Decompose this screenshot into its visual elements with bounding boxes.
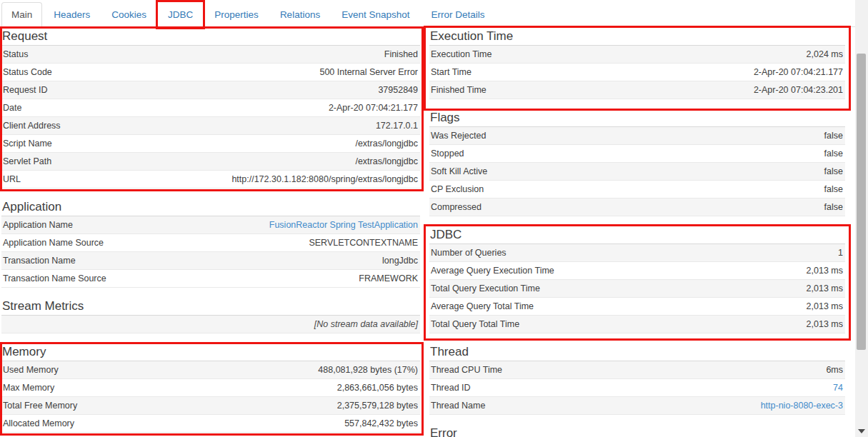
metric-value: SERVLETCONTEXTNAME: [309, 234, 420, 251]
row-client-address: Client Address172.17.0.1: [1, 117, 420, 135]
vertical-scrollbar[interactable]: [855, 0, 868, 437]
row-thread-id: Thread ID74: [429, 379, 845, 397]
section-thread: ThreadThread CPU Time6msThread ID74Threa…: [429, 344, 845, 415]
metric-value: false: [824, 145, 845, 162]
scrollbar-down-arrow-icon[interactable]: [858, 429, 865, 433]
metric-value: FRAMEWORK: [359, 270, 420, 287]
metric-value: 2-Apr-20 07:04:21.177: [754, 64, 845, 81]
metric-label: Average Query Execution Time: [429, 262, 554, 279]
row-allocated-memory: Allocated Memory557,842,432 bytes: [1, 415, 420, 433]
row-max-memory: Max Memory2,863,661,056 bytes: [1, 379, 420, 397]
section-rows: [No stream data available]: [1, 316, 420, 333]
section-rows: StatusFinishedStatus Code500 Internal Se…: [1, 46, 420, 189]
tab-relations[interactable]: Relations: [270, 2, 330, 27]
row-thread-cpu-time: Thread CPU Time6ms: [429, 361, 845, 379]
section-rows: Used Memory488,081,928 bytes (17%)Max Me…: [1, 361, 420, 433]
right-column: Execution TimeExecution Time2,024 msStar…: [429, 29, 845, 437]
metric-value: Finished: [384, 46, 420, 63]
metric-value: [No stream data available]: [314, 316, 420, 333]
section-error: Error: [429, 426, 845, 437]
section-memory: MemoryUsed Memory488,081,928 bytes (17%)…: [1, 344, 420, 433]
metric-label: Max Memory: [1, 379, 54, 396]
metric-label: Was Rejected: [429, 127, 486, 144]
row-status: StatusFinished: [1, 46, 420, 64]
metric-value: false: [824, 181, 845, 198]
row-application-name-source: Application Name SourceSERVLETCONTEXTNAM…: [1, 234, 420, 252]
row-transaction-name-source: Transaction Name SourceFRAMEWORK: [1, 270, 420, 288]
section-flags: FlagsWas RejectedfalseStoppedfalseSoft K…: [429, 110, 845, 216]
section-title-memory: Memory: [1, 344, 420, 361]
metric-value: false: [824, 199, 845, 216]
metric-label: Average Query Total Time: [429, 298, 534, 315]
metric-value: /extras/longjdbc: [355, 153, 420, 170]
row-total-query-execution-time: Total Query Execution Time2,013 ms: [429, 280, 845, 298]
metric-label: Transaction Name: [1, 252, 76, 269]
section-execution-time: Execution TimeExecution Time2,024 msStar…: [429, 29, 845, 99]
metric-label: Compressed: [429, 199, 482, 216]
section-rows: Application NameFusionReactor Spring Tes…: [1, 216, 420, 288]
row-stopped: Stoppedfalse: [429, 145, 845, 163]
metric-value: 1: [838, 244, 845, 261]
metric-value-link[interactable]: FusionReactor Spring TestApplication: [269, 216, 420, 233]
metric-label: Date: [1, 99, 21, 116]
tab-headers[interactable]: Headers: [44, 2, 100, 27]
metric-label: Thread CPU Time: [429, 361, 502, 378]
tab-cookies[interactable]: Cookies: [101, 2, 156, 27]
section-rows: Execution Time2,024 msStart Time2-Apr-20…: [429, 46, 845, 99]
row-used-memory: Used Memory488,081,928 bytes (17%): [1, 361, 420, 379]
metric-value: 2,013 ms: [807, 280, 845, 297]
metric-label: Request ID: [1, 81, 48, 99]
metric-label: Soft Kill Active: [429, 163, 487, 180]
metric-value: 500 Internal Server Error: [319, 64, 420, 81]
row-script-name: Script Name/extras/longjdbc: [1, 135, 420, 153]
metric-label: Total Free Memory: [1, 397, 77, 414]
row-was-rejected: Was Rejectedfalse: [429, 127, 845, 145]
metric-value: 2,024 ms: [807, 46, 845, 63]
row-request-id: Request ID37952849: [1, 81, 420, 99]
row-compressed: Compressedfalse: [429, 199, 845, 216]
tab-properties[interactable]: Properties: [204, 2, 269, 27]
section-title-jdbc: JDBC: [429, 227, 845, 244]
metric-value: 2,375,579,128 bytes: [337, 397, 420, 414]
metric-label: Thread Name: [429, 397, 485, 414]
metric-value-link[interactable]: http-nio-8080-exec-3: [761, 397, 845, 414]
metric-label: CP Exclusion: [429, 181, 484, 198]
metric-label: Client Address: [1, 117, 61, 134]
row-total-query-total-time: Total Query Total Time2,013 ms: [429, 316, 845, 333]
row-thread-name: Thread Namehttp-nio-8080-exec-3: [429, 397, 845, 415]
metric-value: 488,081,928 bytes (17%): [318, 361, 420, 378]
section-rows: Number of Queries1Average Query Executio…: [429, 244, 845, 333]
row-finished-time: Finished Time2-Apr-20 07:04:23.201: [429, 81, 845, 99]
metric-label: Number of Queries: [429, 244, 507, 261]
metric-value: /extras/longjdbc: [355, 135, 420, 152]
metric-value: 2,863,661,056 bytes: [337, 379, 420, 396]
scrollbar-thumb[interactable]: [857, 54, 866, 350]
section-stream-metrics: Stream Metrics[No stream data available]: [1, 298, 420, 333]
metric-value: longJdbc: [382, 252, 420, 269]
metric-value-link[interactable]: 74: [833, 379, 845, 396]
tab-main[interactable]: Main: [1, 2, 42, 27]
row-start-time: Start Time2-Apr-20 07:04:21.177: [429, 64, 845, 81]
metric-value: 2,013 ms: [807, 262, 845, 279]
metric-label: Start Time: [429, 64, 472, 81]
tab-jdbc[interactable]: JDBC: [158, 2, 203, 27]
metric-label: Status Code: [1, 64, 52, 81]
transaction-details-page: MainHeadersCookiesJDBCPropertiesRelation…: [0, 0, 868, 437]
section-rows: Thread CPU Time6msThread ID74Thread Name…: [429, 361, 845, 415]
metric-label: Servlet Path: [1, 153, 51, 170]
row-soft-kill-active: Soft Kill Activefalse: [429, 163, 845, 181]
row-status-code: Status Code500 Internal Server Error: [1, 64, 420, 81]
section-title-flags: Flags: [429, 110, 845, 127]
metric-value: false: [824, 127, 845, 144]
metric-value: 2,013 ms: [807, 316, 845, 333]
metric-label: Application Name Source: [1, 234, 104, 251]
section-title-execution-time: Execution Time: [429, 29, 845, 46]
metric-value: 557,842,432 bytes: [344, 415, 420, 432]
metric-value: 6ms: [826, 361, 845, 378]
tab-event-snapshot[interactable]: Event Snapshot: [331, 2, 419, 27]
metric-label: Allocated Memory: [1, 415, 74, 432]
metric-value: 172.17.0.1: [376, 117, 420, 134]
tab-error-details[interactable]: Error Details: [421, 2, 494, 27]
metric-label: Execution Time: [429, 46, 492, 63]
row-transaction-name: Transaction NamelongJdbc: [1, 252, 420, 270]
